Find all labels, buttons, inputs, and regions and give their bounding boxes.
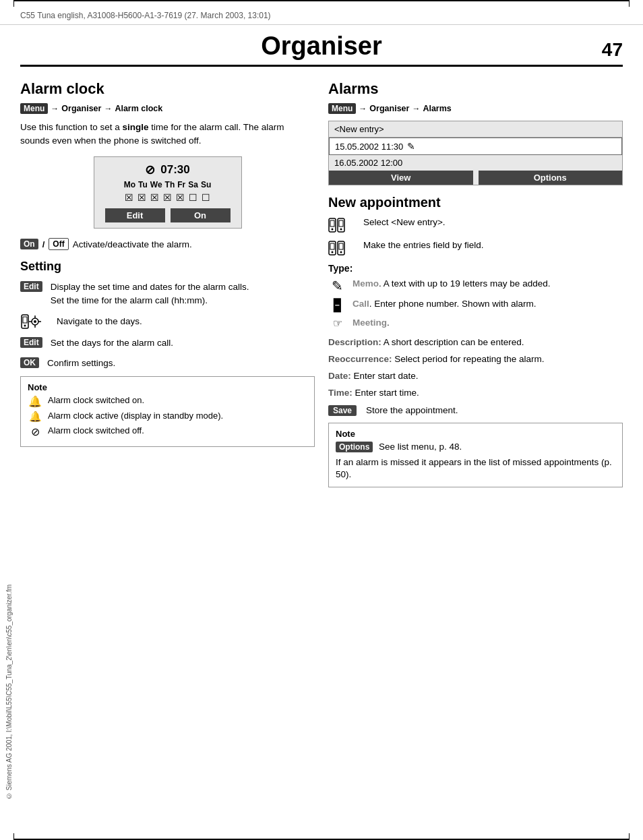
alarm-entry-2-text: 16.05.2002 12:00 (334, 158, 402, 168)
alarms-entry-1[interactable]: 15.05.2002 11:30 ✎ (329, 138, 622, 155)
svg-point-14 (340, 229, 342, 231)
memo-icon: ✎ (328, 278, 346, 294)
off-tag[interactable]: Off (49, 238, 68, 250)
step1-phone-icon (328, 217, 357, 233)
meeting-text: Meeting. (353, 317, 390, 330)
call-icon: 🁢 (328, 298, 346, 313)
alarm-action-buttons: Edit On (105, 208, 231, 222)
setting-edit-tag-2[interactable]: Edit (20, 337, 42, 348)
alarm-checkboxes (105, 192, 231, 203)
alarm-note-row-3: ⊘ Alarm clock switched off. (28, 425, 307, 438)
breadcrumb-menu: Menu (20, 103, 48, 114)
alarms-note-title: Note (336, 429, 615, 439)
alarms-action-buttons: View Options (329, 171, 622, 185)
alarms-new-entry[interactable]: <New entry> (329, 121, 622, 138)
alarm-note-text-1: Alarm clock switched on. (48, 395, 144, 405)
setting-ok-text: Confirm settings. (47, 357, 115, 370)
type-label: Type: (328, 263, 623, 274)
field-date: Date: Enter start date. (328, 370, 623, 383)
save-text: Store the appointment. (366, 405, 458, 415)
page-number: 47 (602, 39, 623, 61)
alarms-title: Alarms (328, 80, 623, 98)
type-meeting-row: ☞ Meeting. (328, 317, 623, 330)
alarm-clock-breadcrumb: Menu → Organiser → Alarm clock (20, 103, 315, 114)
appt-step2-text: Make the entries field by field. (363, 240, 484, 250)
svg-point-4 (34, 320, 36, 323)
right-column: Alarms Menu → Organiser → Alarms <New en… (328, 80, 623, 487)
alarm-clock-title: Alarm clock (20, 80, 315, 98)
alarm-note-box: Note 🔔 Alarm clock switched on. 🔔 Alarm … (20, 376, 315, 447)
alarm-days-row: Mo Tu We Th Fr Sa Su (105, 180, 231, 189)
setting-edit-text-1: Display the set time and dates for the a… (51, 280, 249, 307)
alarms-breadcrumb-arrow2: → (412, 104, 420, 113)
alarm-note-row-1: 🔔 Alarm clock switched on. (28, 395, 307, 408)
on-tag[interactable]: On (20, 239, 38, 249)
appt-step-2: Make the entries field by field. (328, 240, 623, 256)
appt-step1-text: Select <New entry>. (363, 217, 446, 227)
field-time: Time: Enter start time. (328, 387, 623, 400)
svg-point-11 (332, 229, 334, 231)
alarms-breadcrumb-item1: Organiser (369, 104, 409, 113)
setting-edit-row-1: Edit Display the set time and dates for … (20, 280, 315, 307)
sidebar-copyright: © Siemens AG 2001, I:\Mobil\L55\C55_Tuna… (5, 584, 13, 800)
alarm-note-text-2: Alarm clock active (display in standby m… (48, 411, 223, 421)
setting-title: Setting (20, 260, 315, 274)
svg-rect-19 (339, 243, 343, 249)
field-description: Description: A short description can be … (328, 336, 623, 349)
setting-ok-tag[interactable]: OK (20, 357, 39, 368)
save-row: Save Store the appointment. (328, 405, 623, 416)
on-off-row: On / Off Activate/deactivate the alarm. (20, 238, 315, 250)
alarms-breadcrumb-item2: Alarms (423, 104, 451, 113)
type-memo-row: ✎ Memo. A text with up to 19 letters may… (328, 278, 623, 294)
setting-edit-tag-1[interactable]: Edit (20, 281, 42, 292)
alarm-entry-1-text: 15.05.2002 11:30 (335, 142, 403, 152)
svg-rect-16 (330, 243, 334, 249)
alarms-breadcrumb-menu: Menu (328, 103, 356, 114)
alarm-note-title: Note (28, 382, 307, 392)
alarm-on-button[interactable]: On (171, 208, 231, 222)
on-off-description: Activate/deactivate the alarm. (73, 239, 192, 249)
alarm-display-box: ⊘ 07:30 Mo Tu We Th Fr Sa Su (94, 156, 242, 229)
new-appointment-title: New appointment (328, 195, 623, 210)
svg-point-20 (340, 251, 342, 253)
alarm-slash-icon: ⊘ (145, 162, 155, 177)
appt-step-1: Select <New entry>. (328, 217, 623, 233)
page-title: Organiser (261, 32, 382, 60)
alarms-note-missed-text: If an alarm is missed it appears in the … (336, 456, 615, 482)
svg-point-17 (332, 251, 334, 253)
alarm-active-icon: 🔔 (28, 411, 42, 423)
alarm-note-row-2: 🔔 Alarm clock active (display in standby… (28, 411, 307, 423)
navigate-icon (20, 313, 49, 330)
alarms-view-button[interactable]: View (329, 171, 473, 185)
type-call-row: 🁢 Call. Enter phone number. Shown with a… (328, 298, 623, 313)
call-text: Call. Enter phone number. Shown with ala… (353, 298, 536, 311)
left-column: Alarm clock Menu → Organiser → Alarm clo… (20, 80, 315, 487)
alarms-note-box: Note Options See list menu, p. 48. If an… (328, 423, 623, 488)
alarm-off-icon: ⊘ (28, 425, 42, 438)
breadcrumb-item1: Organiser (61, 104, 101, 113)
svg-rect-13 (339, 220, 343, 227)
setting-edit-row-2: Edit Set the days for the alarm call. (20, 336, 315, 350)
setting-navigate-row: Navigate to the days. (20, 313, 315, 330)
alarms-entry-2[interactable]: 16.05.2002 12:00 (329, 155, 622, 171)
alarm-edit-button[interactable]: Edit (105, 208, 165, 222)
document-header: C55 Tuna english, A31008-H5600-A1-3-7619… (0, 7, 643, 25)
memo-text: Memo. A text with up to 19 letters may b… (353, 278, 550, 291)
breadcrumb-item2: Alarm clock (115, 104, 162, 113)
meeting-icon: ☞ (328, 317, 346, 330)
step2-phone-icon (328, 240, 357, 256)
field-reoccurrence: Reoccurrence: Select period for repeatin… (328, 353, 623, 366)
alarms-breadcrumb-arrow1: → (359, 104, 367, 113)
alarm-time: 07:30 (160, 163, 189, 177)
setting-ok-row: OK Confirm settings. (20, 357, 315, 370)
options-tag[interactable]: Options (336, 442, 373, 452)
breadcrumb-arrow2: → (104, 104, 112, 113)
header-text: C55 Tuna english, A31008-H5600-A1-3-7619… (20, 11, 271, 20)
breadcrumb-arrow1: → (51, 104, 59, 113)
options-text: See list menu, p. 48. (379, 442, 462, 452)
alarms-list-box: <New entry> 15.05.2002 11:30 ✎ 16.05.200… (328, 121, 623, 185)
save-button[interactable]: Save (328, 405, 357, 416)
alarms-options-button[interactable]: Options (479, 171, 623, 185)
setting-navigate-text: Navigate to the days. (57, 315, 142, 328)
alarms-note-options-row: Options See list menu, p. 48. (336, 442, 615, 452)
